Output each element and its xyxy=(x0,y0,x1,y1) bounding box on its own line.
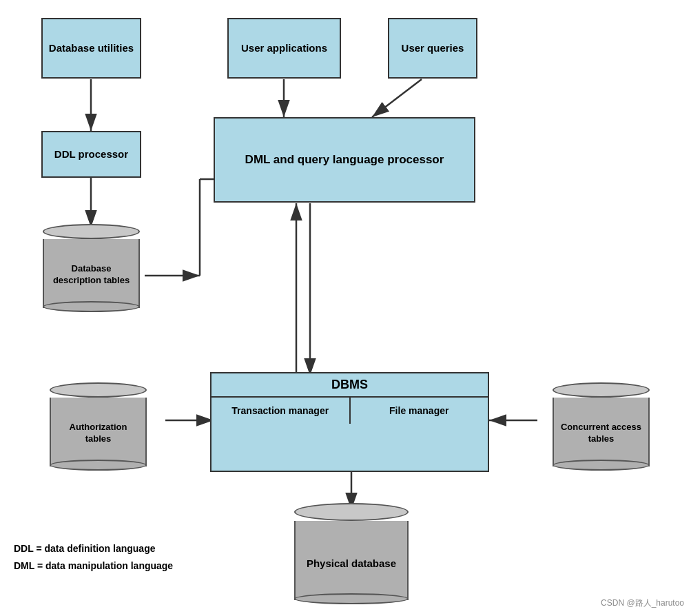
legend-line2: DML = data manipulation language xyxy=(14,557,173,575)
ddl-processor-box: DDL processor xyxy=(41,131,141,178)
user-queries-box: User queries xyxy=(388,18,477,79)
concurrent-access-tables-cylinder: Concurrent access tables xyxy=(544,382,658,466)
database-description-tables-cylinder: Database description tables xyxy=(34,224,148,308)
transaction-manager-box: Transaction manager xyxy=(212,398,351,424)
dml-processor-box: DML and query language processor xyxy=(214,117,475,203)
watermark: CSDN @路人_harutoo xyxy=(601,597,684,609)
legend: DDL = data definition language DML = dat… xyxy=(14,540,173,575)
diagram-container: Database utilities User applications Use… xyxy=(0,0,691,616)
legend-line1: DDL = data definition language xyxy=(14,540,173,557)
svg-line-5 xyxy=(372,79,422,117)
user-applications-box: User applications xyxy=(227,18,341,79)
dbms-box: DBMS Transaction manager File manager xyxy=(210,372,489,472)
authorization-tables-cylinder: Authorization tables xyxy=(41,382,155,466)
database-utilities-box: Database utilities xyxy=(41,18,141,79)
dbms-title: DBMS xyxy=(212,373,488,398)
file-manager-box: File manager xyxy=(351,398,488,424)
physical-database-cylinder: Physical database xyxy=(286,503,417,600)
